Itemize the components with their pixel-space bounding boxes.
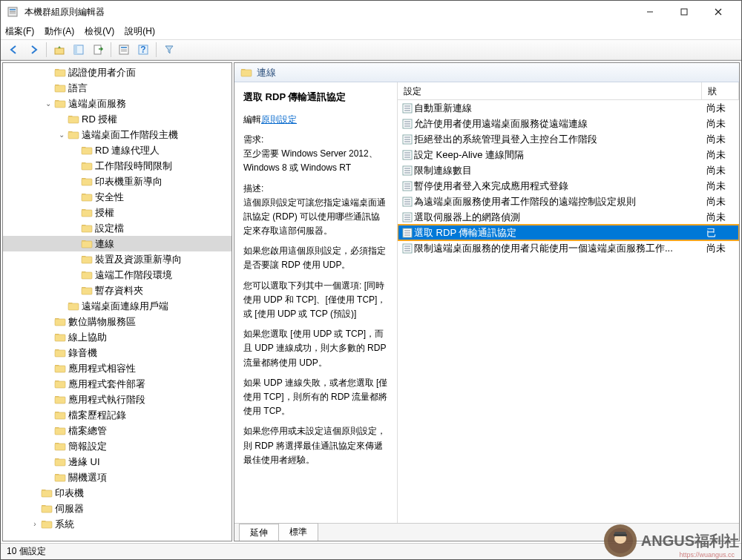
menu-file[interactable]: 檔案(F): [5, 25, 34, 38]
list-row[interactable]: 限制遠端桌面服務的使用者只能使用一個遠端桌面服務工作...尚未: [398, 240, 739, 256]
tree-item[interactable]: ›系統: [3, 516, 232, 532]
list-row[interactable]: 允許使用者使用遠端桌面服務從遠端連線尚未: [398, 116, 739, 131]
setting-state: 尚未: [706, 133, 736, 146]
menu-view[interactable]: 檢視(V): [85, 25, 114, 38]
list-row[interactable]: 選取 RDP 傳輸通訊協定已: [398, 225, 739, 240]
expander-icon[interactable]: ⌄: [56, 131, 67, 139]
svg-rect-47: [42, 521, 52, 528]
setting-icon: [401, 119, 414, 129]
setting-state: 尚未: [706, 211, 736, 224]
tab-standard[interactable]: 標準: [278, 523, 318, 541]
col-state[interactable]: 狀: [702, 82, 739, 99]
setting-icon: [401, 134, 414, 145]
tree-pane[interactable]: 認證使用者介面語言⌄遠端桌面服務RD 授權⌄遠端桌面工作階段主機RD 連線代理人…: [2, 62, 232, 541]
folder-icon: [53, 410, 67, 420]
forward-button[interactable]: [24, 42, 42, 58]
svg-rect-10: [74, 45, 77, 54]
tree-item[interactable]: 認證使用者介面: [3, 65, 232, 80]
svg-rect-33: [68, 303, 79, 310]
desc-text-5: 如果 UDP 連線失敗，或者您選取 [僅使用 TCP]，則所有的 RDP 流量都…: [243, 376, 388, 419]
setting-name: 限制遠端桌面服務的使用者只能使用一個遠端桌面服務工作...: [414, 242, 706, 255]
tree-item-label: 檔案總管: [67, 424, 107, 438]
tree-item[interactable]: 檔案歷程記錄: [3, 407, 232, 423]
list-row[interactable]: 為遠端桌面服務使用者工作階段的遠端控制設定規則尚未: [398, 194, 739, 209]
setting-icon: [401, 212, 414, 223]
menu-action[interactable]: 動作(A): [45, 25, 74, 38]
svg-rect-13: [121, 47, 127, 48]
folder-icon: [53, 67, 67, 77]
expander-icon[interactable]: ⌄: [43, 99, 53, 108]
edit-label: 編輯: [243, 114, 261, 125]
svg-rect-1: [10, 9, 16, 10]
tree-item[interactable]: 裝置及資源重新導向: [3, 251, 232, 267]
folder-icon: [80, 254, 93, 264]
help-button[interactable]: ?: [134, 42, 152, 58]
minimize-button[interactable]: [633, 1, 667, 23]
folder-icon: [53, 457, 67, 467]
detail-tabs: 延伸 標準: [234, 523, 739, 541]
svg-rect-5: [681, 9, 687, 15]
setting-state: 尚未: [706, 242, 736, 255]
tree-item[interactable]: 安全性: [3, 189, 232, 205]
filter-button[interactable]: [160, 42, 178, 58]
menubar: 檔案(F) 動作(A) 檢視(V) 說明(H): [1, 23, 741, 39]
list-row[interactable]: 拒絕登出的系統管理員登入主控台工作階段尚未: [398, 131, 739, 147]
up-button[interactable]: [50, 42, 68, 58]
list-header[interactable]: 設定 狀: [398, 82, 739, 100]
properties-button[interactable]: [115, 42, 133, 58]
list-row[interactable]: 自動重新連線尚未: [398, 100, 739, 116]
tree-item[interactable]: 語言: [3, 80, 232, 96]
tree-item[interactable]: 印表機重新導向: [3, 174, 232, 189]
tree-item[interactable]: 線上協助: [3, 329, 232, 345]
tree-item[interactable]: ⌄遠端桌面工作階段主機: [3, 127, 232, 142]
close-button[interactable]: [701, 1, 735, 23]
tree-item[interactable]: 檔案總管: [3, 423, 232, 438]
edit-policy-link[interactable]: 原則設定: [261, 114, 297, 125]
folder-icon: [53, 83, 67, 93]
tree-item[interactable]: 應用程式相容性: [3, 360, 232, 376]
folder-icon: [53, 363, 67, 373]
tree-item[interactable]: 印表機: [3, 485, 232, 501]
menu-help[interactable]: 說明(H): [125, 25, 155, 38]
tree-item[interactable]: 邊緣 UI: [3, 454, 232, 470]
list-row[interactable]: 選取伺服器上的網路偵測尚未: [398, 209, 739, 225]
setting-name: 為遠端桌面服務使用者工作階段的遠端控制設定規則: [414, 195, 706, 208]
tree-item[interactable]: 簡報設定: [3, 438, 232, 454]
setting-name: 限制連線數目: [414, 164, 706, 177]
tree-item[interactable]: 伺服器: [3, 501, 232, 516]
expander-icon[interactable]: ›: [30, 520, 40, 528]
tree-item-label: 設定檔: [93, 222, 124, 235]
tree-item[interactable]: 關機選項: [3, 470, 232, 485]
export-button[interactable]: [89, 42, 107, 58]
tree-item[interactable]: 數位購物服務區: [3, 314, 232, 329]
list-row[interactable]: 設定 Keep-Alive 連線間隔尚未: [398, 147, 739, 162]
tree-item[interactable]: RD 連線代理人: [3, 142, 232, 158]
col-setting[interactable]: 設定: [398, 82, 702, 99]
list-row[interactable]: 暫停使用者登入來完成應用程式登錄尚未: [398, 178, 739, 194]
tree-item-label: 遠端工作階段環境: [93, 269, 172, 282]
svg-rect-11: [94, 45, 101, 54]
tree-item[interactable]: 工作階段時間限制: [3, 158, 232, 174]
tree-item[interactable]: 遠端工作階段環境: [3, 267, 232, 283]
maximize-button[interactable]: [667, 1, 701, 23]
list-row[interactable]: 限制連線數目尚未: [398, 162, 739, 178]
detail-header-label: 連線: [257, 66, 276, 79]
tree-item[interactable]: RD 授權: [3, 111, 232, 127]
svg-rect-28: [82, 225, 92, 232]
tree-item[interactable]: 應用程式套件部署: [3, 376, 232, 392]
tree-item[interactable]: 連線: [3, 236, 232, 251]
show-hide-tree-button[interactable]: [70, 42, 88, 58]
tree-item[interactable]: 授權: [3, 205, 232, 220]
tree-item[interactable]: 暫存資料夾: [3, 283, 232, 298]
tree-item-label: 錄音機: [67, 346, 97, 360]
tree-item[interactable]: 應用程式執行階段: [3, 392, 232, 407]
tree-item[interactable]: 遠端桌面連線用戶端: [3, 298, 232, 314]
folder-icon: [80, 286, 93, 295]
tree-item[interactable]: ⌄遠端桌面服務: [3, 96, 232, 111]
settings-list[interactable]: 自動重新連線尚未允許使用者使用遠端桌面服務從遠端連線尚未拒絕登出的系統管理員登入…: [398, 100, 739, 523]
folder-icon: [40, 504, 53, 513]
tree-item[interactable]: 設定檔: [3, 220, 232, 236]
tree-item[interactable]: 錄音機: [3, 345, 232, 360]
tab-extended[interactable]: 延伸: [239, 524, 279, 541]
back-button[interactable]: [5, 42, 23, 58]
